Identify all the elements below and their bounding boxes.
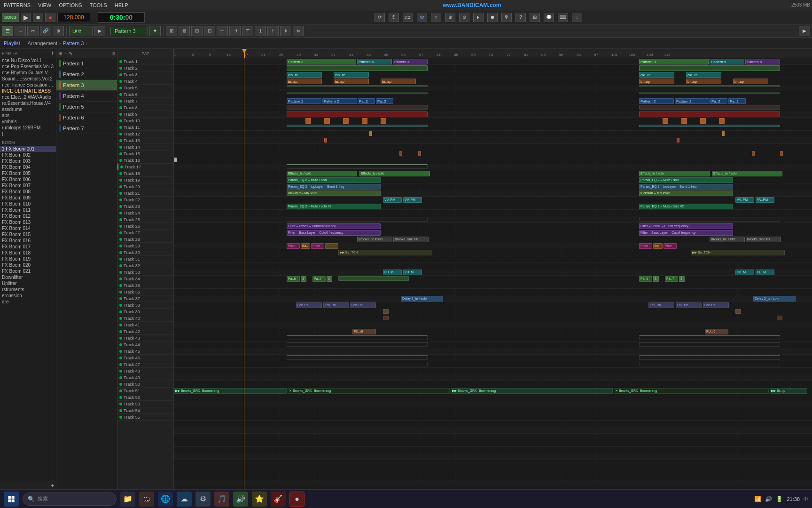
toolbar-icon-12[interactable]: ⊞ bbox=[530, 13, 540, 22]
add-btn[interactable]: + bbox=[51, 50, 54, 56]
pattern-block[interactable]: Pattern 5 bbox=[710, 59, 744, 64]
pattern-block[interactable] bbox=[305, 118, 311, 124]
tool-g[interactable]: ⊤ bbox=[242, 26, 253, 36]
expand-btn[interactable]: ▶ bbox=[799, 26, 810, 36]
menu-options[interactable]: OPTIONS bbox=[57, 1, 84, 9]
pattern-block[interactable] bbox=[780, 151, 783, 156]
sidebar-fxboom-009[interactable]: FX Boom 009 bbox=[0, 195, 56, 201]
sidebar-fxboom-003[interactable]: FX Boom 003 bbox=[0, 158, 56, 164]
pattern-item-7[interactable]: Pattern 7 bbox=[56, 123, 117, 134]
pattern-block[interactable]: Pattern 3 bbox=[639, 59, 709, 64]
stop-btn[interactable]: ■ bbox=[33, 13, 43, 22]
pattern-block[interactable] bbox=[381, 118, 386, 124]
pattern-block[interactable] bbox=[639, 92, 780, 94]
sidebar-item[interactable]: re.Essentials.House.V4 bbox=[0, 100, 56, 106]
pattern-block[interactable]: Pattern 5 bbox=[357, 59, 392, 64]
slice-tool[interactable]: ✂ bbox=[27, 26, 39, 36]
mode-arrow[interactable]: ▶ bbox=[94, 26, 105, 36]
sidebar-fxboom-018[interactable]: FX Boom 018 bbox=[0, 250, 56, 256]
pattern-block[interactable]: 3 bbox=[327, 276, 332, 282]
pattern-block[interactable]: Brooks..sine FX bbox=[393, 237, 429, 242]
toolbar-icon-2[interactable]: ⏱ bbox=[389, 13, 399, 22]
menu-tools[interactable]: TOOLS bbox=[88, 1, 109, 9]
sidebar-fxboom-001[interactable]: 1 FX Boom 001 bbox=[0, 146, 56, 152]
bpm-display[interactable]: 128.000 bbox=[57, 13, 90, 22]
pattern-block[interactable] bbox=[639, 355, 780, 360]
sidebar-item[interactable]: nce Nu Disco Vol.1 bbox=[0, 57, 56, 64]
pattern-block[interactable]: br..ap bbox=[639, 79, 674, 84]
taskbar-app9[interactable]: 🎸 bbox=[271, 492, 286, 507]
sidebar-fxboom-005[interactable]: FX Boom 005 bbox=[0, 170, 56, 176]
pattern-block[interactable] bbox=[287, 335, 428, 340]
pattern-block[interactable]: Pattern 3 bbox=[287, 59, 356, 64]
pattern-block[interactable]: br..ap bbox=[686, 79, 721, 84]
tool-c[interactable]: ⊟ bbox=[191, 26, 203, 36]
pattern-block[interactable]: ▶▶ Br..np bbox=[770, 388, 807, 394]
taskbar-file-explorer[interactable]: 📁 bbox=[120, 492, 135, 507]
pattern-block[interactable] bbox=[287, 65, 428, 71]
pattern-block[interactable]: 3 bbox=[679, 276, 685, 282]
pattern-block[interactable] bbox=[287, 342, 428, 347]
pattern-block[interactable]: Pattern 2 bbox=[322, 98, 357, 104]
sidebar-fxboom-011[interactable]: FX Boom 011 bbox=[0, 207, 56, 213]
sidebar-fxboom-002[interactable]: FX Boom 002 bbox=[0, 152, 56, 158]
taskbar-app8[interactable]: ⭐ bbox=[252, 492, 267, 507]
pattern-block[interactable] bbox=[287, 164, 428, 169]
pattern-block[interactable]: Delay 2_te / solo bbox=[753, 296, 796, 302]
pattern-block[interactable]: FU..M bbox=[756, 270, 774, 275]
pattern-block[interactable]: Pitch bbox=[287, 243, 300, 249]
pattern-block[interactable]: cla..re bbox=[334, 72, 369, 78]
playlist-tool-3[interactable]: ✎ bbox=[69, 51, 72, 56]
pattern-block[interactable] bbox=[639, 217, 780, 222]
taskbar-app5[interactable]: ⚙ bbox=[195, 492, 211, 507]
sidebar-item[interactable]: ymbals bbox=[0, 119, 56, 125]
windows-start-btn[interactable] bbox=[4, 492, 19, 507]
pattern-block[interactable]: Param_EQ 2 – Mute / solo bbox=[639, 177, 733, 183]
pattern-block[interactable]: Pa..2 bbox=[710, 98, 727, 104]
sidebar-fxboom-014[interactable]: FX Boom 014 bbox=[0, 225, 56, 231]
toolbar-icon-13[interactable]: 💬 bbox=[544, 13, 554, 22]
pattern-block[interactable] bbox=[369, 131, 372, 136]
pattern-block[interactable] bbox=[343, 118, 349, 124]
toolbar-icon-5[interactable]: ≡ bbox=[431, 13, 441, 22]
tool-e[interactable]: ⊢ bbox=[217, 26, 228, 36]
pattern-block[interactable]: Effects_te / solo bbox=[712, 171, 782, 176]
pattern-block[interactable]: Pa..6 bbox=[639, 276, 652, 282]
sidebar-item[interactable]: ( bbox=[0, 131, 56, 137]
pattern-block[interactable]: FU..r6 bbox=[705, 329, 728, 334]
pattern-block[interactable]: ✕ Brooks_GRX- Boomerang bbox=[614, 388, 769, 394]
pattern-block[interactable] bbox=[383, 316, 389, 320]
sidebar-fxboom-006[interactable]: FX Boom 006 bbox=[0, 176, 56, 183]
pattern-block[interactable]: Pattern 4 bbox=[745, 59, 780, 64]
pattern-block[interactable]: Pa..7 bbox=[312, 276, 326, 282]
tool-f[interactable]: ⊣ bbox=[229, 26, 241, 36]
playlist-tool-2[interactable]: → bbox=[63, 51, 68, 56]
pattern-block[interactable]: Param_EQ 2 – topLayer – Band 1 freq bbox=[287, 184, 381, 190]
sidebar-fxboom-004[interactable]: FX Boom 004 bbox=[0, 164, 56, 170]
pattern-block[interactable]: Pitch bbox=[311, 243, 324, 249]
breadcrumb-playlist[interactable]: Playlist bbox=[4, 40, 20, 46]
toolbar-icon-9[interactable]: ⏺ bbox=[487, 13, 498, 22]
tool-j[interactable]: ⊧ bbox=[280, 26, 291, 36]
pattern-block[interactable]: br..ap bbox=[287, 79, 322, 84]
play-btn[interactable]: ▶ bbox=[21, 13, 31, 22]
pattern-block[interactable] bbox=[639, 335, 780, 340]
tool-b[interactable]: ⊠ bbox=[179, 26, 190, 36]
toolbar-icon-14[interactable]: ⌨ bbox=[558, 13, 568, 22]
pattern-block[interactable]: Filter – Bass Layer – Cutoff frequency bbox=[287, 230, 381, 236]
pattern-block[interactable] bbox=[383, 309, 389, 314]
pattern-block[interactable] bbox=[287, 125, 428, 127]
pattern-block[interactable]: Brooks..ne FX#2 bbox=[710, 237, 745, 242]
pattern-item-1[interactable]: Pattern 1 bbox=[56, 58, 117, 69]
playlist-tool-4[interactable]: ⊡ bbox=[111, 51, 115, 56]
pattern-block[interactable] bbox=[324, 138, 327, 143]
pattern-block[interactable]: Pa..2 bbox=[728, 98, 746, 104]
tool-h[interactable]: ⊥ bbox=[255, 26, 266, 36]
toolbar-icon-6[interactable]: ⊕ bbox=[445, 13, 455, 22]
pattern-block[interactable] bbox=[287, 355, 428, 360]
taskbar-app7[interactable]: 🔊 bbox=[233, 492, 248, 507]
pattern-block[interactable]: Brooks..ne FX#2 bbox=[357, 237, 392, 242]
pattern-item-6[interactable]: Pattern 6 bbox=[56, 112, 117, 123]
sidebar-item[interactable]: nce Trance Sensation V4 bbox=[0, 82, 56, 88]
pattern-block[interactable]: Pa..2 bbox=[376, 98, 393, 104]
